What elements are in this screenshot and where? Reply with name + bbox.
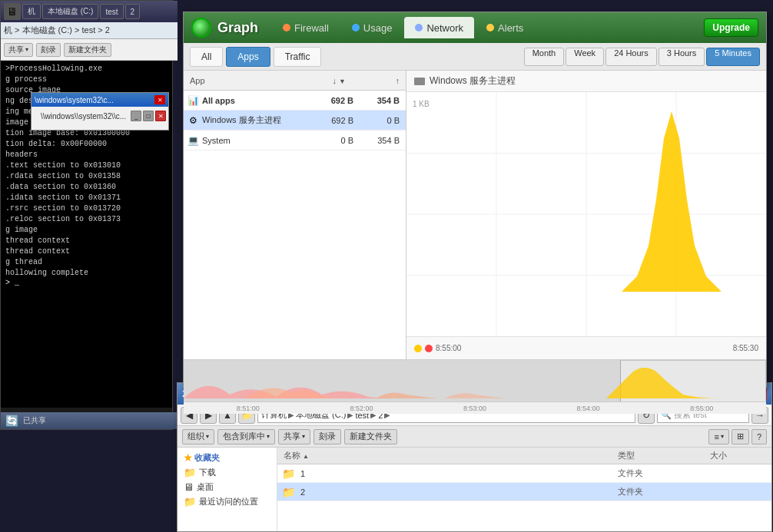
small-dialog-titlebar: \windows\system32\c... ✕ xyxy=(32,93,168,107)
sidebar-recent-label: 最近访问的位置 xyxy=(199,496,258,507)
time-marker-1: 8:55:00 xyxy=(414,344,461,352)
subtab-all[interactable]: All xyxy=(190,47,223,67)
max-btn[interactable]: □ xyxy=(143,111,154,121)
subtab-apps[interactable]: Apps xyxy=(226,47,270,67)
time-labels-strip: 8:51:00 8:52:00 8:53:00 8:54:00 8:55:00 xyxy=(184,401,766,414)
file-row[interactable]: 📁 1 文件夹 xyxy=(277,464,771,483)
overview-strip[interactable] xyxy=(184,359,766,401)
btn-24h[interactable]: 24 Hours xyxy=(605,48,657,66)
taskbar-icon-1: 🖥 xyxy=(4,3,21,20)
btn-month[interactable]: Month xyxy=(524,48,565,66)
burn-btn[interactable]: 刻录 xyxy=(36,43,61,57)
tab-network-label: Network xyxy=(426,22,463,34)
fav-star-icon: ★ xyxy=(184,453,192,462)
taskbar-top: 🖥 机 本地磁盘 (C:) test 2 xyxy=(1,1,177,22)
row-up-system: 354 B xyxy=(360,136,406,145)
graph-title-text: Windows 服务主进程 xyxy=(430,74,516,88)
explorer-sidebar: ★ 收藏夹 📁 下载 🖥 桌面 📁 最近访问的位置 xyxy=(177,448,277,531)
netmon-logo xyxy=(191,18,211,38)
file-row[interactable]: 📁 2 文件夹 xyxy=(277,483,771,501)
row-up-winservice: 0 B xyxy=(360,116,406,125)
tab-firewall-label: Firewall xyxy=(294,22,329,34)
tab-alerts[interactable]: Alerts xyxy=(476,17,534,38)
include-library-btn[interactable]: 包含到库中▾ xyxy=(217,429,275,444)
file-type-1: 文件夹 xyxy=(618,468,710,479)
sidebar-item-downloads[interactable]: 📁 下载 xyxy=(181,465,274,480)
terminal-prompt: > _ xyxy=(5,279,168,287)
btn-3h[interactable]: 3 Hours xyxy=(659,48,705,66)
table-header: App ↓ ▼ ↑ xyxy=(184,71,406,91)
time-dot-yellow xyxy=(414,345,422,352)
file-name-1: 1 xyxy=(297,469,618,478)
sidebar-downloads-label: 下载 xyxy=(199,467,216,478)
graph-title-bar: Windows 服务主进程 xyxy=(406,71,766,92)
overview-svg xyxy=(184,360,766,401)
organize-btn[interactable]: 组织▾ xyxy=(182,429,214,444)
table-row[interactable]: ⚙ Windows 服务主进程 692 B 0 B xyxy=(184,111,406,131)
row-down-system: 0 B xyxy=(314,136,360,145)
sidebar-item-desktop[interactable]: 🖥 桌面 xyxy=(181,480,274,494)
burn-btn2[interactable]: 刻录 xyxy=(314,429,341,444)
app-table: App ↓ ▼ ↑ 📊 All apps 692 B 354 B ⚙ Windo… xyxy=(184,71,406,359)
table-row[interactable]: 💻 System 0 B 354 B xyxy=(184,131,406,150)
alerts-dot xyxy=(486,24,494,31)
small-dialog-title-text: \windows\system32\c... xyxy=(35,96,114,104)
usage-dot xyxy=(352,24,360,31)
netmon-titlebar: Graph Firewall Usage Network Alerts Upgr… xyxy=(184,12,766,43)
overview-time-4: 8:54:00 xyxy=(532,405,645,412)
btn-week[interactable]: Week xyxy=(566,48,604,66)
min-btn[interactable]: _ xyxy=(131,111,141,121)
row-down-winservice: 692 B xyxy=(314,116,360,125)
share-btn[interactable]: 共享▾ xyxy=(4,43,33,57)
row-icon-system: 💻 xyxy=(187,134,199,147)
close-btn[interactable]: ✕ xyxy=(155,111,166,121)
netmon-app-title: Graph xyxy=(217,20,258,36)
fh-size: 大小 xyxy=(710,450,771,461)
row-icon-allapps: 📊 xyxy=(187,94,199,107)
tab-network[interactable]: Network xyxy=(404,17,474,38)
network-dot xyxy=(415,24,423,31)
folder-icon-downloads: 📁 xyxy=(184,467,196,478)
row-name-allapps: All apps xyxy=(202,96,314,105)
favorites-label: ★ 收藏夹 xyxy=(181,451,274,465)
taskbar-item-test[interactable]: test xyxy=(100,4,123,19)
row-name-system: System xyxy=(202,136,314,145)
view-list-btn[interactable]: ≡▾ xyxy=(708,429,728,444)
netmon-tabs: Firewall Usage Network Alerts xyxy=(272,17,534,38)
btn-5min[interactable]: 5 Minutes xyxy=(706,48,760,66)
taskbar-item-machine[interactable]: 机 xyxy=(22,4,41,19)
netmon-window: Graph Firewall Usage Network Alerts Upgr… xyxy=(183,12,767,388)
view-details-btn[interactable]: ⊞ xyxy=(732,429,749,444)
table-row[interactable]: 📊 All apps 692 B 354 B xyxy=(184,91,406,111)
folder-icon-recent: 📁 xyxy=(184,496,196,507)
netmon-body: App ↓ ▼ ↑ 📊 All apps 692 B 354 B ⚙ Windo… xyxy=(184,71,766,359)
help-btn[interactable]: ? xyxy=(751,429,767,444)
small-dialog-close[interactable]: ✕ xyxy=(154,95,165,104)
new-folder-btn[interactable]: 新建文件夹 xyxy=(64,43,111,57)
file-icon-1: 📁 xyxy=(282,468,297,480)
small-dialog-btns: _ □ ✕ xyxy=(131,111,166,121)
share-btn2[interactable]: 共享▾ xyxy=(278,429,310,444)
row-name-winservice: Windows 服务主进程 xyxy=(202,114,314,126)
time-dot-red xyxy=(425,345,433,352)
explorer-files: 名称 ▲ 类型 大小 📁 1 文件夹 📁 2 文件夹 xyxy=(277,448,771,531)
subtab-traffic[interactable]: Traffic xyxy=(274,47,322,67)
toolbar-bar: 共享▾ 刻录 新建文件夹 xyxy=(1,39,177,61)
tab-usage[interactable]: Usage xyxy=(341,17,403,38)
file-type-2: 文件夹 xyxy=(618,486,710,497)
breadcrumb-text: 机 > 本地磁盘 (C:) > test > 2 xyxy=(4,25,110,36)
taskbar-item-drive[interactable]: 本地磁盘 (C:) xyxy=(42,4,98,19)
fh-name: 名称 ▲ xyxy=(277,450,618,461)
favorites-section: ★ 收藏夹 📁 下载 🖥 桌面 📁 最近访问的位置 xyxy=(181,451,274,509)
col-header-app: App xyxy=(184,76,298,85)
upgrade-button[interactable]: Upgrade xyxy=(704,18,758,37)
time-buttons: Month Week 24 Hours 3 Hours 5 Minutes xyxy=(524,48,760,66)
taskbar-item-2[interactable]: 2 xyxy=(125,4,141,19)
time-label-2: 8:55:30 xyxy=(733,344,758,352)
new-folder-btn2[interactable]: 新建文件夹 xyxy=(344,429,397,444)
sidebar-desktop-label: 桌面 xyxy=(197,481,214,493)
tab-firewall[interactable]: Firewall xyxy=(272,17,340,38)
graph-title-icon xyxy=(414,78,425,85)
graph-canvas: 1 KB xyxy=(406,92,766,336)
sidebar-item-recent[interactable]: 📁 最近访问的位置 xyxy=(181,494,274,509)
